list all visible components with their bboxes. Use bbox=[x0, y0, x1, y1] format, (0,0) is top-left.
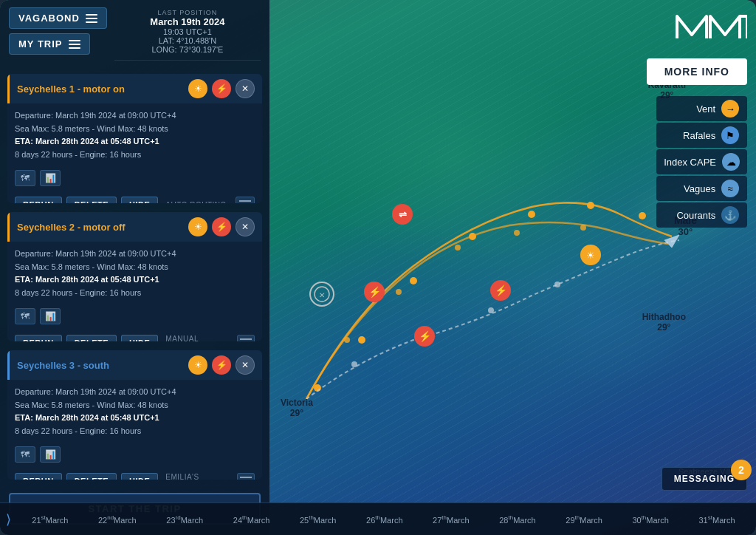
route-2-actions: RERUN DELETE HIDE MANUAL ROUTING bbox=[7, 330, 262, 341]
route-1-close-icon[interactable]: ✕ bbox=[236, 79, 255, 98]
svg-point-9 bbox=[455, 245, 461, 251]
routes-container: Seychelles 1 - motor on ☀ ⚡ ✕ Departure:… bbox=[0, 68, 269, 485]
timeline-date-6: 26thMarch bbox=[366, 514, 402, 525]
route-1-eta: ETA: March 28th 2024 at 05:48 UTC+1 bbox=[15, 137, 159, 146]
svg-point-15 bbox=[554, 282, 560, 287]
route-3-close-icon[interactable]: ✕ bbox=[236, 355, 255, 375]
weather-vent[interactable]: Vent → bbox=[656, 96, 747, 121]
timeline-date-9: 29thMarch bbox=[566, 514, 602, 525]
route-3-delete-btn[interactable]: DELETE bbox=[66, 473, 117, 480]
route-3-routing-type: EMILIA'S ROUTING bbox=[165, 473, 233, 480]
route-3-sea: Sea Max: 5.8 meters - Wind Max: 48 knots bbox=[15, 399, 255, 412]
weather-vagues[interactable]: Vagues ≈ bbox=[656, 176, 747, 201]
route-3-info: Departure: March 19th 2024 at 09:00 UTC+… bbox=[7, 380, 262, 443]
route-3-lightning-icon[interactable]: ⚡ bbox=[212, 355, 231, 375]
svg-point-4 bbox=[528, 211, 535, 218]
route-2-hide-btn[interactable]: HIDE bbox=[121, 335, 158, 341]
svg-point-6 bbox=[639, 212, 646, 219]
timeline-date-3: 23rdMarch bbox=[166, 514, 203, 525]
route-2-departure: Departure: March 19th 2024 at 09:00 UTC+… bbox=[15, 248, 255, 261]
map-label-hithadhoo: Hithadhoo 29° bbox=[642, 312, 686, 333]
timeline-inner: ⟩ 21stMarch 22ndMarch 23rdMarch 24thMarc… bbox=[0, 511, 756, 528]
timeline-dates: 21stMarch 22ndMarch 23rdMarch 24thMarch … bbox=[17, 514, 750, 525]
svg-point-11 bbox=[580, 225, 586, 231]
route-3-departure: Departure: March 19th 2024 at 09:00 UTC+… bbox=[15, 386, 255, 399]
courants-label: Courants bbox=[664, 210, 715, 221]
svg-point-10 bbox=[514, 230, 520, 236]
route-1-chart-icon[interactable]: 📊 bbox=[40, 170, 61, 186]
route-1-rerun-btn[interactable]: RERUN bbox=[15, 197, 62, 203]
route-3-title: Seychelles 3 - south bbox=[17, 360, 184, 371]
logo bbox=[673, 9, 747, 52]
route-1-map-icon[interactable]: 🗺 bbox=[15, 170, 35, 186]
route-1-duration: 8 days 22 hours - Engine: 16 hours bbox=[15, 149, 255, 162]
route-2-eta: ETA: March 28th 2024 at 05:48 UTC+1 bbox=[15, 275, 159, 284]
route-2-title: Seychelles 2 - motor off bbox=[17, 222, 184, 233]
svg-text:✕: ✕ bbox=[319, 291, 325, 299]
route-1-lightning-icon[interactable]: ⚡ bbox=[212, 79, 231, 98]
route-2-info: Departure: March 19th 2024 at 09:00 UTC+… bbox=[7, 242, 262, 305]
route-2-lightning-icon[interactable]: ⚡ bbox=[212, 217, 231, 236]
last-position: LAST POSITION March 19th 2024 19:03 UTC+… bbox=[114, 7, 261, 61]
route-3-map-icon[interactable]: 🗺 bbox=[15, 446, 35, 463]
route-card-3: Seychelles 3 - south ☀ ⚡ ✕ Departure: Ma… bbox=[7, 350, 262, 480]
vagabond-label: VAGABOND bbox=[18, 13, 80, 24]
route-2-delete-btn[interactable]: DELETE bbox=[66, 335, 117, 341]
route-1-sun-icon[interactable]: ☀ bbox=[188, 79, 207, 98]
route-2-rerun-btn[interactable]: RERUN bbox=[15, 335, 62, 341]
svg-rect-30 bbox=[239, 200, 251, 202]
timeline-date-5: 25thMarch bbox=[300, 514, 336, 525]
route-1-header: Seychelles 1 - motor on ☀ ⚡ ✕ bbox=[7, 74, 262, 103]
my-trip-button[interactable]: MY TRIP bbox=[9, 33, 90, 55]
timeline-date-2: 22ndMarch bbox=[98, 514, 137, 525]
route-3-sun-icon[interactable]: ☀ bbox=[188, 355, 207, 375]
route-2-close-icon[interactable]: ✕ bbox=[236, 217, 255, 236]
svg-text:⚡: ⚡ bbox=[368, 286, 382, 299]
route-3-duration: 8 days 22 hours - Engine: 16 hours bbox=[15, 425, 255, 438]
svg-point-14 bbox=[488, 307, 494, 313]
route-2-list-icon[interactable] bbox=[237, 335, 255, 341]
hamburger-icon bbox=[86, 14, 97, 23]
weather-rafales[interactable]: Rafales ⚑ bbox=[656, 123, 747, 148]
route-2-map-icon[interactable]: 🗺 bbox=[15, 308, 35, 324]
route-3-chart-icon[interactable]: 📊 bbox=[40, 446, 61, 463]
route-1-delete-btn[interactable]: DELETE bbox=[66, 197, 117, 203]
svg-text:☀: ☀ bbox=[586, 250, 595, 261]
svg-text:⇌: ⇌ bbox=[399, 209, 407, 220]
route-3-hide-btn[interactable]: HIDE bbox=[121, 473, 158, 480]
svg-point-1 bbox=[358, 336, 365, 344]
map-label-victoria: Victoria 29° bbox=[281, 398, 313, 418]
route-2-chart-icon[interactable]: 📊 bbox=[40, 308, 61, 324]
vagabond-button[interactable]: VAGABOND bbox=[9, 7, 107, 29]
timeline-date-1: 21stMarch bbox=[32, 514, 68, 525]
vagues-label: Vagues bbox=[664, 183, 715, 194]
route-2-sea: Sea Max: 5.8 meters - Wind Max: 48 knots bbox=[15, 261, 255, 274]
svg-rect-36 bbox=[240, 477, 252, 478]
timeline-date-11: 31stMarch bbox=[698, 514, 735, 525]
weather-cape[interactable]: Index CAPE ☁ bbox=[656, 149, 747, 174]
svg-rect-33 bbox=[240, 338, 252, 340]
weather-panel: Vent → Rafales ⚑ Index CAPE ☁ Vagues ≈ C… bbox=[656, 96, 747, 228]
cape-icon: ☁ bbox=[722, 153, 740, 171]
svg-point-12 bbox=[351, 361, 357, 367]
route-2-sun-icon[interactable]: ☀ bbox=[188, 217, 207, 236]
messaging-container: 2 MESSAGING bbox=[662, 467, 747, 491]
sidebar: VAGABOND MY TRIP LAST POSITION bbox=[0, 0, 269, 535]
route-card-2: Seychelles 2 - motor off ☀ ⚡ ✕ Departure… bbox=[7, 212, 262, 341]
route-1-title: Seychelles 1 - motor on bbox=[17, 84, 184, 95]
route-3-rerun-btn[interactable]: RERUN bbox=[15, 473, 62, 480]
route-3-eta: ETA: March 28th 2024 at 05:48 UTC+1 bbox=[15, 413, 159, 422]
weather-courants[interactable]: Courants ⚓ bbox=[656, 202, 747, 228]
last-position-time: 19:03 UTC+1 bbox=[114, 27, 261, 36]
top-nav: VAGABOND MY TRIP LAST POSITION bbox=[0, 0, 269, 68]
route-1-hide-btn[interactable]: HIDE bbox=[121, 197, 158, 203]
timeline-date-10: 30thMarch bbox=[632, 514, 668, 525]
route-2-routing-type: MANUAL ROUTING bbox=[165, 335, 232, 341]
route-3-header: Seychelles 3 - south ☀ ⚡ ✕ bbox=[7, 350, 262, 380]
more-info-button[interactable]: MORE INFO bbox=[647, 58, 747, 85]
route-1-list-icon[interactable] bbox=[236, 197, 255, 203]
route-3-list-icon[interactable] bbox=[237, 473, 255, 480]
route-2-meta: 🗺 📊 bbox=[7, 305, 262, 330]
vagues-icon: ≈ bbox=[721, 180, 739, 197]
last-position-long: LONG: 73°30.197'E bbox=[114, 45, 261, 54]
